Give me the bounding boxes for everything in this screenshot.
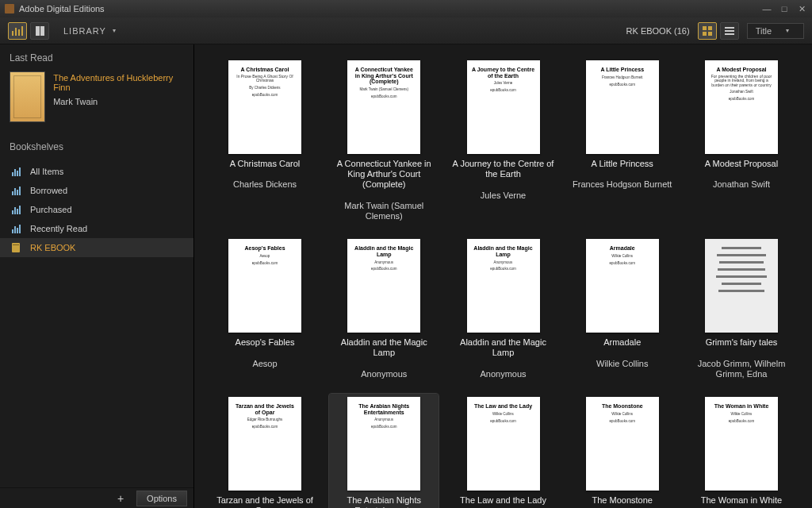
book-cell[interactable]: The Law and the LadyWilkie CollinsepubBo… [449,394,558,508]
close-icon[interactable]: ✕ [796,4,807,14]
book-cell[interactable]: A Christmas CarolIn Prose Being A Ghost … [210,57,320,228]
cover-author: Frances Hodgson Burnett [602,76,642,80]
cover-title: A Journey to the Centre of the Earth [472,67,535,79]
cover-title: A Connecticut Yankee in King Arthur's Co… [352,67,416,85]
book-cell[interactable]: Tarzan and the Jewels of OparEdgar Rice … [210,394,320,508]
app-title: Adobe Digital Editions [19,4,105,13]
last-read-author: Mark Twain [53,97,184,106]
book-title: The Moonstone [571,495,674,506]
cover-author: Wilkie Collins [731,413,753,417]
cover-author: Anonymous [494,261,513,265]
book-title: A Christmas Carol [213,159,316,169]
chevron-down-icon: ▾ [113,27,117,34]
book-caption: Grimm's fairy talesJacob Grimm, Wilhelm … [690,337,793,379]
sidebar-item-label: RK EBOOK [30,243,75,252]
book-cover: A Journey to the Centre of the EarthJule… [467,60,540,154]
reading-view-button[interactable] [30,22,49,40]
book-caption: Aladdin and the Magic LampAnonymous [452,337,555,379]
book-cell[interactable]: Aladdin and the Magic LampAnonymousepubB… [449,236,558,386]
cover-subtitle: In Prose Being A Ghost Story Of Christma… [233,75,297,83]
cover-author: Mark Twain (Samuel Clemens) [360,88,408,92]
svg-rect-6 [725,33,734,35]
svg-rect-0 [703,26,707,30]
book-cover: A Christmas CarolIn Prose Being A Ghost … [228,60,301,154]
sidebar-item-all[interactable]: All Items [0,162,193,181]
sidebar-footer: + Options [0,487,193,508]
book-cover: The Law and the LadyWilkie CollinsepubBo… [467,397,540,491]
book-cell[interactable]: Aesop's FablesAesopepubBooks.comAesop's … [210,236,320,386]
bars-icon [10,167,22,176]
book-author: Charles Dickens [233,179,297,189]
library-label: LIBRARY [63,26,106,36]
book-cover: A Modest ProposalFor preventing the chil… [705,60,778,154]
cover-title: Tarzan and the Jewels of Opar [233,403,297,415]
cover-title: A Little Princess [600,67,644,73]
book-cover [705,239,778,333]
last-read-item[interactable]: The Adventures of Huckleberry Finn Mark … [0,68,193,133]
add-shelf-button[interactable]: + [113,492,128,505]
cover-author: Edgar Rice Burroughs [247,418,282,422]
book-cell[interactable]: The Arabian Nights EntertainmentsAnonymo… [329,394,439,508]
svg-rect-5 [725,30,734,32]
book-cell[interactable]: A Little PrincessFrances Hodgson Burnett… [568,57,677,228]
sidebar-item-purchased[interactable]: Purchased [0,200,193,219]
book-caption: Tarzan and the Jewels of OparEdgar Rice … [213,495,316,508]
book-cover: Aladdin and the Magic LampAnonymousepubB… [467,239,540,333]
book-caption: The Law and the LadyWilkie Collins [452,495,555,508]
book-title: Armadale [571,337,674,348]
view-toggle-left [8,22,49,40]
book-cell[interactable]: The Woman in WhiteWilkie CollinsepubBook… [687,394,796,508]
book-author: Jonathan Swift [713,179,770,189]
book-cover: Aladdin and the Magic LampAnonymousepubB… [347,239,420,333]
list-view-button[interactable] [720,22,739,40]
book-author: Mark Twain (Samuel Clemens) [344,201,423,221]
grid-view-button[interactable] [698,22,717,40]
cover-author: Aesop [260,255,270,259]
library-dropdown[interactable]: LIBRARY ▾ [63,26,117,36]
book-caption: The Woman in WhiteWilkie Collins [690,495,793,508]
book-title: A Little Princess [571,159,674,169]
book-cover: Aesop's FablesAesopepubBooks.com [228,239,301,333]
book-title: Aesop's Fables [213,337,316,348]
svg-rect-1 [708,26,712,30]
book-cell[interactable]: Grimm's fairy talesJacob Grimm, Wilhelm … [687,236,796,386]
book-caption: The MoonstoneWilkie Collins [571,495,674,508]
open-book-icon [36,26,44,36]
cover-title: The Arabian Nights Entertainments [352,403,416,415]
minimize-icon[interactable]: — [761,4,772,14]
book-cover: A Connecticut Yankee in King Arthur's Co… [347,60,420,154]
book-caption: ArmadaleWilkie Collins [571,337,674,369]
book-cover: Tarzan and the Jewels of OparEdgar Rice … [228,397,301,491]
book-cover: ArmadaleWilkie CollinsepubBooks.com [586,239,659,333]
cover-author: By Charles Dickens [249,87,280,90]
library-view-button[interactable] [8,22,27,40]
bookshelves-header: Bookshelves [0,133,193,157]
sidebar-item-recent[interactable]: Recently Read [0,219,193,238]
book-author: Wilkie Collins [596,359,648,368]
book-title: The Law and the Lady [452,495,555,506]
cover-author: Wilkie Collins [611,413,633,417]
book-title: Grimm's fairy tales [690,337,793,348]
book-cell[interactable]: The MoonstoneWilkie CollinsepubBooks.com… [568,394,677,508]
book-cell[interactable]: ArmadaleWilkie CollinsepubBooks.comArmad… [568,236,677,386]
book-title: A Journey to the Centre of the Earth [452,159,555,179]
book-cell[interactable]: A Journey to the Centre of the EarthJule… [449,57,558,228]
book-title: The Woman in White [690,495,793,506]
book-icon [10,243,22,252]
book-title: A Modest Proposal [690,159,793,169]
svg-rect-4 [725,27,734,29]
sort-dropdown[interactable]: Title ▾ [747,23,804,39]
book-title: Tarzan and the Jewels of Opar [213,495,316,508]
sidebar-item-rkebook[interactable]: RK EBOOK [0,238,193,257]
sidebar-item-borrowed[interactable]: Borrowed [0,181,193,200]
book-author: Anonymous [480,369,526,379]
options-button[interactable]: Options [136,491,187,506]
book-cell[interactable]: Aladdin and the Magic LampAnonymousepubB… [329,236,439,386]
book-cell[interactable]: A Connecticut Yankee in King Arthur's Co… [329,57,439,228]
book-cell[interactable]: A Modest ProposalFor preventing the chil… [687,57,796,228]
book-caption: A Modest ProposalJonathan Swift [690,159,793,190]
maximize-icon[interactable]: □ [779,4,790,14]
grid-icon [703,26,712,36]
bars-icon [10,224,22,233]
book-caption: A Connecticut Yankee in King Arthur's Co… [332,159,435,221]
